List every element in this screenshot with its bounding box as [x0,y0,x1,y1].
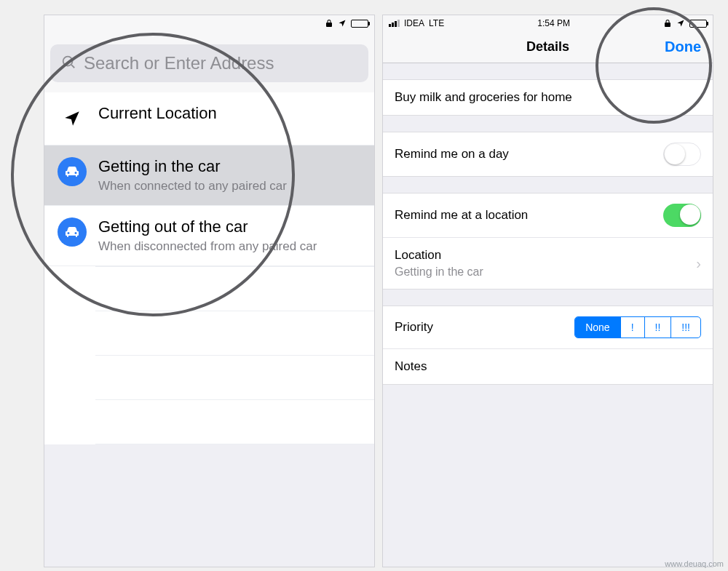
search-placeholder: Search or Enter Address [84,53,274,73]
empty-rows [44,266,374,444]
status-time: 1:54 PM [537,18,570,28]
svg-line-1 [71,65,74,68]
lock-icon [663,19,672,28]
location-row-getting-in-car[interactable]: Getting in the car When connected to any… [44,145,374,206]
remind-day-toggle[interactable] [663,143,701,166]
location-cell[interactable]: Location Getting in the car › [383,238,713,289]
car-icon [58,157,87,186]
remind-location-toggle[interactable] [663,204,701,227]
status-bar: IDEA LTE 1:54 PM [383,15,713,31]
nav-bar: Details Done [383,31,713,63]
priority-option-high[interactable]: !!! [671,317,700,338]
empty-space [383,385,713,567]
notes-cell[interactable]: Notes [383,349,713,384]
priority-option-low[interactable]: ! [621,317,645,338]
chevron-right-icon: › [696,255,701,272]
priority-segmented[interactable]: None ! !! !!! [574,316,701,338]
lock-icon [325,19,333,28]
location-title: Getting out of the car [98,217,317,236]
car-icon [58,217,87,247]
notes-label: Notes [395,359,427,374]
section-title: Buy milk and groceries for home [383,79,713,116]
location-subtitle: When connected to any paired car [98,179,287,193]
svg-point-0 [63,57,73,66]
location-value: Getting in the car [395,265,483,279]
remind-day-cell[interactable]: Remind me on a day [383,132,713,176]
nav-title: Details [526,39,569,55]
watermark: www.deuaq.com [665,559,724,568]
location-label: Location [395,248,483,263]
battery-icon [689,20,707,28]
status-bar [44,15,374,31]
location-arrow-icon [58,104,87,133]
search-input[interactable]: Search or Enter Address [50,44,368,82]
priority-option-none[interactable]: None [575,317,620,338]
priority-label: Priority [395,320,433,335]
done-button[interactable]: Done [665,39,701,55]
section-remind-location: Remind me at a location Location Getting… [383,193,713,290]
location-title: Getting in the car [98,157,287,176]
remind-location-cell[interactable]: Remind me at a location [383,193,713,238]
network-label: LTE [429,18,444,28]
location-list: Current Location Getting in the car When… [44,92,374,444]
remind-day-label: Remind me on a day [395,147,509,161]
signal-icon [389,20,400,27]
section-priority-notes: Priority None ! !! !!! Notes [383,306,713,385]
search-bar-container: Search or Enter Address [44,31,374,92]
priority-cell: Priority None ! !! !!! [383,306,713,349]
reminder-title-cell[interactable]: Buy milk and groceries for home [383,80,713,115]
location-title: Current Location [98,104,217,123]
location-subtitle: When disconnected from any paired car [98,239,317,254]
battery-icon [351,20,368,28]
location-arrow-icon [676,19,685,28]
priority-option-med[interactable]: !! [645,317,672,338]
reminder-title-text: Buy milk and groceries for home [395,90,572,105]
search-icon [60,54,76,73]
section-remind-day: Remind me on a day [383,132,713,177]
remind-location-label: Remind me at a location [395,208,528,223]
location-row-current[interactable]: Current Location [44,92,374,145]
phone-location-picker: Search or Enter Address Current Location… [44,15,375,567]
location-row-getting-out-car[interactable]: Getting out of the car When disconnected… [44,206,374,266]
phone-reminder-details: IDEA LTE 1:54 PM Details Done Buy milk a… [382,15,713,567]
location-arrow-icon [338,19,347,28]
carrier-label: IDEA [404,18,424,28]
